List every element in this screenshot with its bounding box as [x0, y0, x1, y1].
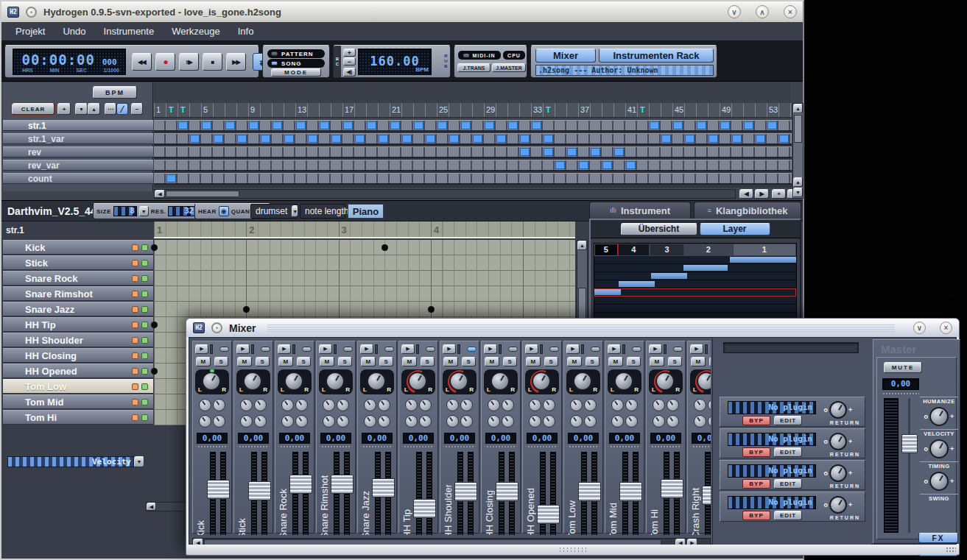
- channel-solo-button[interactable]: S: [462, 357, 477, 366]
- close-button[interactable]: ×: [784, 5, 797, 18]
- channel-solo-button[interactable]: S: [668, 357, 683, 366]
- fx-send-knob[interactable]: [323, 415, 335, 428]
- instrument-row-tom-low[interactable]: Tom Low: [3, 379, 153, 394]
- channel-solo-button[interactable]: S: [297, 357, 312, 366]
- channel-play-button[interactable]: ▶: [690, 344, 703, 354]
- layer-row[interactable]: [594, 256, 796, 264]
- instrument-mute-toggle[interactable]: [132, 399, 138, 405]
- song-cell[interactable]: [579, 161, 588, 169]
- menu-projekt[interactable]: Projekt: [7, 24, 53, 39]
- fx-send-knob[interactable]: [364, 415, 376, 428]
- pan-knob[interactable]: [283, 370, 306, 394]
- minimize-button[interactable]: ∨: [728, 5, 741, 18]
- channel-solo-button[interactable]: S: [544, 357, 559, 366]
- song-cell[interactable]: [708, 135, 718, 143]
- layer-row[interactable]: [594, 264, 796, 272]
- pan-knob[interactable]: [324, 370, 348, 394]
- instrument-row-kick[interactable]: Kick: [3, 240, 153, 255]
- fx-plugin-display[interactable]: No plugin: [728, 496, 816, 509]
- song-cell[interactable]: [544, 148, 553, 156]
- channel-play-button[interactable]: ▶: [278, 344, 291, 354]
- song-cell[interactable]: [426, 135, 435, 143]
- move-pattern-up-button[interactable]: ▲: [88, 103, 100, 115]
- channel-mute-button[interactable]: M: [402, 357, 417, 366]
- song-cell[interactable]: [202, 121, 211, 130]
- mixer-window-menu-icon[interactable]: [211, 322, 222, 333]
- layer-row[interactable]: [594, 297, 796, 305]
- fx-send-knob[interactable]: [405, 415, 418, 428]
- fx-send-knob[interactable]: [337, 399, 349, 411]
- fx-send-knob[interactable]: [611, 399, 624, 411]
- fx-send-knob[interactable]: [502, 415, 514, 428]
- fx-send-knob[interactable]: [419, 415, 432, 428]
- layer-header-3[interactable]: 3: [650, 244, 684, 256]
- song-vscrollbar[interactable]: ▲ ▲ ▼: [792, 103, 804, 199]
- menu-undo[interactable]: Undo: [54, 24, 94, 39]
- fx-send-knob[interactable]: [529, 415, 541, 428]
- fx-send-knob[interactable]: [254, 399, 267, 411]
- channel-play-button[interactable]: ▶: [401, 344, 415, 354]
- song-cell[interactable]: [249, 121, 259, 130]
- menu-werkzeuge[interactable]: Werkzeuge: [163, 24, 228, 39]
- channel-volume-fader[interactable]: [702, 486, 711, 505]
- velocity-dropdown-button[interactable]: ▼: [134, 456, 144, 467]
- fx-send-knob[interactable]: [625, 415, 638, 428]
- channel-mute-button[interactable]: M: [278, 357, 293, 366]
- fx-send-knob[interactable]: [708, 415, 711, 428]
- pan-knob[interactable]: [530, 370, 554, 394]
- instrument-row-snare-rimshot[interactable]: Snare Rimshot: [3, 286, 153, 301]
- fx-bypass-button[interactable]: BYP: [742, 416, 770, 425]
- size-dropdown-button[interactable]: ▼: [139, 206, 149, 216]
- song-cell[interactable]: [390, 121, 400, 130]
- fx-send-knob[interactable]: [502, 399, 514, 411]
- fx-send-knob[interactable]: [337, 415, 349, 428]
- tempo-marker[interactable]: T: [169, 105, 174, 114]
- song-cell[interactable]: [367, 121, 376, 130]
- song-grid-row[interactable]: [154, 120, 792, 132]
- fx-edit-button[interactable]: EDIT: [774, 447, 802, 457]
- channel-mute-button[interactable]: M: [196, 357, 211, 366]
- piano-button[interactable]: Piano: [348, 204, 384, 219]
- scroll-left-button[interactable]: ◀: [155, 190, 165, 198]
- song-cell[interactable]: [767, 121, 777, 130]
- fx-send-knob[interactable]: [213, 399, 225, 411]
- fx-send-knob[interactable]: [405, 399, 418, 411]
- fx-return-knob[interactable]: [829, 496, 847, 514]
- song-grid-row[interactable]: [154, 160, 792, 171]
- song-cell[interactable]: [437, 121, 447, 130]
- channel-volume-fader[interactable]: [619, 482, 642, 501]
- rewind-button[interactable]: ◀◀: [132, 53, 152, 71]
- pan-knob[interactable]: [365, 370, 389, 394]
- song-cell[interactable]: [214, 135, 223, 143]
- song-cell[interactable]: [544, 135, 553, 143]
- fx-bypass-button[interactable]: BYP: [742, 447, 770, 457]
- fx-plugin-display[interactable]: No plugin: [728, 464, 816, 478]
- pattern-mode-indicator[interactable]: PATTERN: [267, 49, 325, 58]
- fx-send-knob[interactable]: [281, 415, 294, 428]
- bpm-minus-button[interactable]: −: [343, 57, 356, 65]
- channel-volume-fader[interactable]: [537, 505, 560, 524]
- channel-play-button[interactable]: ▶: [649, 344, 662, 354]
- fx-send-knob[interactable]: [199, 415, 211, 428]
- master-timing-knob[interactable]: [929, 439, 949, 458]
- song-cell[interactable]: [272, 121, 282, 130]
- instrument-mute-toggle[interactable]: [132, 337, 138, 344]
- instrument-solo-toggle[interactable]: [141, 275, 148, 282]
- fx-return-knob[interactable]: [829, 401, 847, 419]
- song-cell[interactable]: [473, 135, 482, 143]
- instrument-mute-toggle[interactable]: [132, 260, 138, 266]
- song-cell[interactable]: [673, 121, 683, 130]
- drumset-dropdown-arrow[interactable]: ▼: [292, 205, 298, 217]
- channel-volume-fader[interactable]: [248, 481, 271, 500]
- master-volume-fader[interactable]: [901, 434, 918, 453]
- song-cell[interactable]: [650, 121, 659, 130]
- song-cell[interactable]: [591, 148, 600, 156]
- channel-mute-button[interactable]: M: [485, 357, 499, 366]
- note-dot[interactable]: [428, 306, 435, 313]
- pattern-scroll-up-button[interactable]: ▲: [577, 241, 587, 250]
- pattern-row-str-1-var[interactable]: str.1_var: [3, 133, 153, 144]
- song-cell[interactable]: [532, 121, 541, 130]
- instrument-row-hh-tip[interactable]: HH Tip: [3, 317, 153, 332]
- menu-info[interactable]: Info: [230, 24, 262, 39]
- fx-send-knob[interactable]: [323, 399, 335, 411]
